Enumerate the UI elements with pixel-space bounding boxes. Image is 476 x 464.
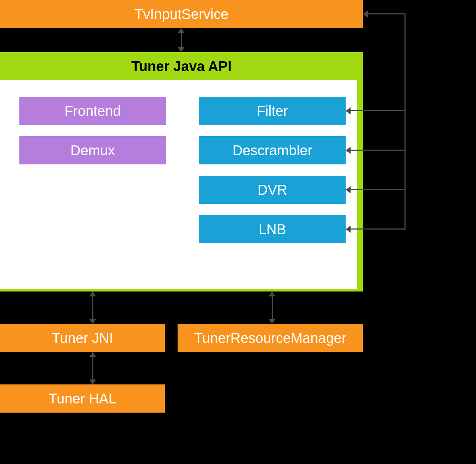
arrowhead-up-icon	[89, 291, 96, 296]
arrow-tvinput-to-api	[181, 32, 182, 48]
arrow-right-bus	[404, 13, 406, 230]
filter-box: Filter	[199, 97, 346, 125]
descrambler-box: Descrambler	[199, 136, 346, 164]
arrow-to-descrambler	[351, 150, 405, 151]
descrambler-label: Descrambler	[233, 143, 313, 158]
tuner-java-api-label: Tuner Java API	[131, 58, 232, 74]
tuner-java-api-title: Tuner Java API	[0, 52, 363, 80]
arrowhead-left-icon	[363, 11, 368, 18]
arrowhead-up-icon	[178, 28, 185, 33]
tuner-hal-box: Tuner HAL	[0, 384, 165, 413]
lnb-label: LNB	[259, 221, 286, 237]
dvr-box: DVR	[199, 176, 346, 204]
arrowhead-up-icon	[268, 291, 276, 296]
arrowhead-left-icon	[346, 147, 351, 154]
arrow-api-to-jni	[92, 296, 93, 320]
trm-label: TunerResourceManager	[194, 330, 346, 346]
arrowhead-down-icon	[89, 380, 96, 384]
frontend-box: Frontend	[19, 97, 166, 125]
arrow-to-filter	[351, 110, 405, 111]
tuner-resource-manager-box: TunerResourceManager	[178, 324, 363, 352]
dvr-label: DVR	[258, 182, 287, 198]
arrow-to-dvr	[351, 189, 405, 190]
arrowhead-down-icon	[178, 47, 185, 52]
arrow-api-to-trm	[272, 296, 273, 320]
tvinputservice-label: TvInputService	[135, 6, 229, 22]
arrowhead-up-icon	[89, 352, 96, 357]
tuner-jni-label: Tuner JNI	[52, 330, 113, 346]
demux-label: Demux	[70, 143, 115, 158]
arrowhead-left-icon	[346, 186, 351, 193]
tuner-hal-label: Tuner HAL	[49, 391, 116, 407]
arrowhead-down-icon	[89, 319, 96, 324]
tuner-jni-box: Tuner JNI	[0, 324, 165, 352]
tvinputservice-box: TvInputService	[0, 0, 363, 28]
arrow-jni-to-hal	[92, 356, 93, 380]
filter-label: Filter	[257, 103, 288, 119]
arrow-to-lnb	[351, 228, 405, 230]
lnb-box: LNB	[199, 215, 346, 243]
arrowhead-left-icon	[346, 107, 351, 114]
frontend-label: Frontend	[64, 103, 121, 119]
demux-box: Demux	[19, 136, 166, 164]
arrowhead-left-icon	[346, 226, 351, 233]
arrow-to-tvinput	[368, 13, 405, 14]
arrowhead-down-icon	[268, 319, 276, 324]
